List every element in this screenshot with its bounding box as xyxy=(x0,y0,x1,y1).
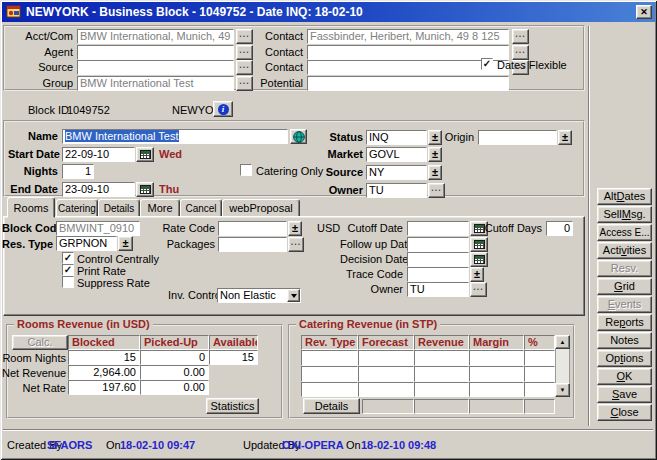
room-nights-blocked: 15 xyxy=(68,350,140,365)
created-on-value: 18-02-10 09:47 xyxy=(120,439,195,452)
tab-rooms[interactable]: Rooms xyxy=(7,197,55,218)
details-button[interactable]: Details xyxy=(303,398,360,414)
tab-catering[interactable]: Catering xyxy=(56,199,98,217)
agent-field[interactable] xyxy=(77,45,234,60)
grid-button[interactable]: Grid xyxy=(597,278,652,295)
rooms-revenue-col-blocked: Blocked xyxy=(68,335,140,350)
decision-date-calendar-icon[interactable] xyxy=(470,252,488,267)
tab-cancel[interactable]: Cancel xyxy=(180,199,222,217)
contact2-field[interactable] xyxy=(307,45,509,60)
inv-control-arrow-icon[interactable] xyxy=(287,289,300,302)
created-on-label: On xyxy=(106,439,121,452)
catering-only-checkbox[interactable] xyxy=(240,164,252,176)
net-rate-blocked: 197.60 xyxy=(68,380,140,395)
owner2-lookup-button[interactable]: ... xyxy=(470,282,487,297)
created-by-value: SFAORS xyxy=(47,439,92,452)
contact2-lookup-button[interactable]: ... xyxy=(512,45,529,60)
block-id-label: Block ID xyxy=(28,104,69,117)
scroll-down-icon[interactable]: ▼ xyxy=(555,383,570,397)
packages-field[interactable] xyxy=(218,237,287,252)
ok-button[interactable]: OK xyxy=(597,368,652,385)
status-dropdown-icon[interactable]: ± xyxy=(428,130,442,145)
start-date-calendar-icon[interactable] xyxy=(136,147,154,162)
packages-lookup-button[interactable]: ... xyxy=(288,237,304,252)
catering-row1-forecast xyxy=(358,350,414,366)
follow-up-date-calendar-icon[interactable] xyxy=(470,237,488,252)
rate-code-dropdown-icon[interactable]: ± xyxy=(288,221,302,236)
block-id-value: 1049752 xyxy=(67,104,110,117)
notes-button[interactable]: Notes xyxy=(597,332,652,349)
catering-row2-forecast xyxy=(358,366,414,382)
title-bar[interactable]: NEWYORK - Business Block - 1049752 - Dat… xyxy=(2,2,655,22)
save-button[interactable]: Save xyxy=(597,386,652,403)
trace-code-field[interactable] xyxy=(407,267,469,282)
source2-label: Source xyxy=(323,166,363,179)
source-field[interactable] xyxy=(77,60,234,75)
statistics-button[interactable]: Statistics xyxy=(206,398,259,414)
tab-more[interactable]: More xyxy=(140,199,180,217)
control-centrally-checkbox[interactable]: ✓ xyxy=(62,252,74,264)
cutoff-date-label: Cutoff Date xyxy=(343,222,403,235)
tab-webproposal[interactable]: webProposal xyxy=(222,199,300,217)
cutoff-date-field[interactable] xyxy=(407,221,469,236)
status-label: Status xyxy=(323,131,363,144)
contact3-field[interactable] xyxy=(307,60,509,75)
decision-date-label: Decision Date xyxy=(340,253,403,266)
follow-up-date-field[interactable] xyxy=(407,237,469,252)
sell-msg-button[interactable]: Sell Msg. xyxy=(597,206,652,223)
catering-row1-revenue xyxy=(414,350,469,366)
end-date-calendar-icon[interactable] xyxy=(136,182,154,197)
inv-control-label: Inv. Control xyxy=(168,289,215,302)
start-date-field[interactable]: 22-09-10 xyxy=(62,147,135,162)
owner2-field[interactable]: TU xyxy=(407,282,469,297)
cutoff-days-field[interactable]: 0 xyxy=(546,221,573,236)
catering-scrollbar[interactable] xyxy=(555,349,570,383)
name-label: Name xyxy=(8,130,58,143)
suppress-rate-checkbox[interactable] xyxy=(62,276,74,288)
catering-row1-rev-type xyxy=(301,350,358,366)
tab-details[interactable]: Details xyxy=(98,199,140,217)
origin-dropdown-icon[interactable]: ± xyxy=(558,130,572,145)
room-nights-picked-up: 0 xyxy=(140,350,209,365)
rate-code-field[interactable] xyxy=(218,221,287,236)
catering-row1-margin xyxy=(469,350,524,366)
alt-dates-button[interactable]: Alt Dates xyxy=(597,188,652,205)
nights-field[interactable]: 1 xyxy=(62,164,94,179)
options-button[interactable]: Options xyxy=(597,350,652,367)
source-dropdown-icon[interactable]: ± xyxy=(428,165,442,180)
trace-code-dropdown-icon[interactable]: ± xyxy=(470,267,484,282)
origin-label: Origin xyxy=(444,131,474,144)
decision-date-field[interactable] xyxy=(407,252,469,267)
owner-field[interactable]: TU xyxy=(366,183,427,198)
reports-button[interactable]: Reports xyxy=(597,314,652,331)
name-field[interactable]: BMW International Test xyxy=(62,129,288,144)
scroll-up-icon[interactable]: ▲ xyxy=(555,335,570,349)
potential-field[interactable] xyxy=(307,76,509,91)
catering-row2-rev-type xyxy=(301,366,358,382)
origin-field[interactable] xyxy=(478,130,557,145)
owner-lookup-button[interactable]: ... xyxy=(428,183,445,198)
translate-globe-button[interactable] xyxy=(290,129,307,144)
close-button[interactable]: Close xyxy=(597,404,652,421)
contact2-label: Contact xyxy=(240,46,303,59)
access-excl-button[interactable]: Access E... xyxy=(597,224,652,241)
info-button[interactable]: i xyxy=(213,101,233,117)
print-rate-checkbox[interactable]: ✓ xyxy=(62,264,74,276)
catering-col-margin: Margin xyxy=(469,335,524,350)
dates-flexible-checkbox[interactable]: ✓ xyxy=(481,58,493,70)
close-icon[interactable]: ✕ xyxy=(636,5,652,19)
end-date-field[interactable]: 23-09-10 xyxy=(62,182,135,197)
source2-field[interactable]: NY xyxy=(366,165,427,180)
contact1-lookup-button[interactable]: ... xyxy=(512,29,529,44)
market-dropdown-icon[interactable]: ± xyxy=(428,147,442,162)
res-type-field[interactable]: GRPNON xyxy=(56,236,117,251)
catering-only-label: Catering Only xyxy=(256,165,323,178)
market-field[interactable]: GOVL xyxy=(366,147,427,162)
res-type-dropdown-icon[interactable]: ± xyxy=(118,236,133,251)
activities-button[interactable]: Activities xyxy=(597,242,652,259)
catering-row3-forecast xyxy=(358,382,414,397)
updated-by-value: OXI-OPERA xyxy=(282,439,344,452)
market-label: Market xyxy=(323,148,363,161)
trace-code-label: Trace Code xyxy=(340,268,403,281)
status-field[interactable]: INQ xyxy=(366,130,427,145)
